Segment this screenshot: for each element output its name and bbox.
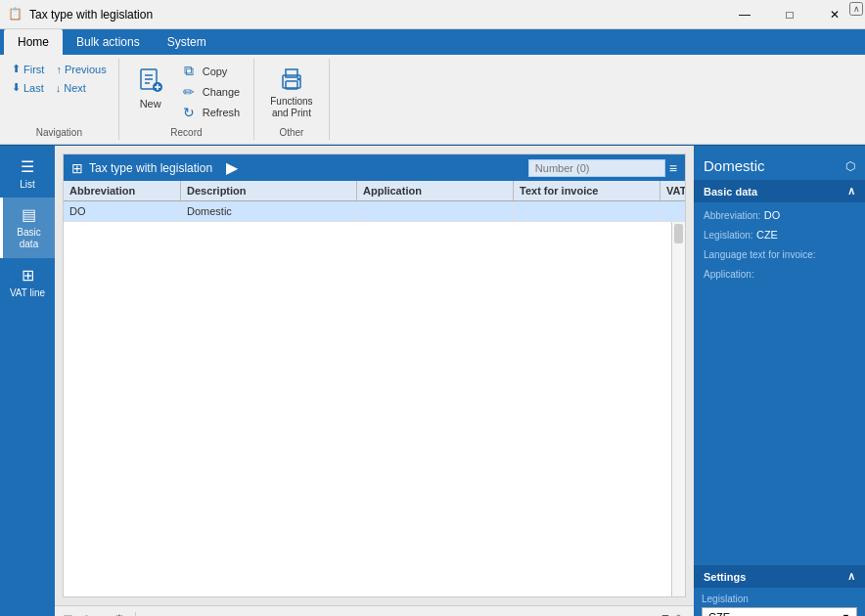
change-icon: ✏: [180, 84, 198, 100]
legislation-value: CZE: [756, 229, 778, 241]
grid-empty-area: [64, 222, 671, 596]
change-button[interactable]: ✏ Change: [174, 82, 247, 102]
sidebar-vat-line-label: VAT line: [10, 287, 45, 299]
settings-collapse-icon: ∧: [847, 570, 855, 583]
grid-title: Tax type with legislation: [89, 161, 212, 175]
bottom-right-actions: Σ ✎: [661, 612, 686, 616]
ribbon-content: ⬆ First ↑ Previous ⬇ Last: [0, 55, 865, 145]
first-button[interactable]: ⬆ First: [8, 61, 48, 77]
functions-print-button[interactable]: Functionsand Print: [262, 61, 320, 123]
cell-abbreviation: DO: [64, 201, 181, 221]
cell-vat-line-1: 0: [660, 201, 686, 221]
settings-dropdown-icon: ▼: [842, 612, 850, 616]
settings-legislation-value: CZE: [708, 611, 730, 616]
window-controls: — □ ✕: [722, 0, 857, 29]
cell-text-for-invoice: [514, 201, 660, 221]
grid-search-input[interactable]: [528, 159, 665, 177]
field-abbreviation: Abbreviation: DO: [704, 208, 855, 222]
main-layout: ☰ List ▤ Basicdata ⊞ VAT line ⊞ Tax type…: [0, 146, 865, 616]
col-text-for-invoice: Text for invoice: [514, 181, 660, 200]
vertical-scrollbar[interactable]: [671, 222, 685, 596]
last-arrow-icon: ⬇: [12, 81, 21, 94]
bottom-bar: ⊞ ⊘ 0 ⚙ Number of records Σ ✎: [55, 605, 694, 616]
edit-bottom-icon[interactable]: ✎: [675, 612, 686, 616]
window-title: Tax type with legislation: [29, 8, 722, 22]
section-header-basic-data[interactable]: Basic data ∧: [694, 180, 865, 202]
next-button[interactable]: ↓ Next: [52, 80, 90, 96]
tab-bulk-actions[interactable]: Bulk actions: [63, 29, 154, 55]
print-icon: [276, 65, 307, 96]
grid-body: [64, 222, 685, 596]
minimize-button[interactable]: —: [722, 0, 767, 29]
basic-data-section-label: Basic data: [704, 186, 757, 198]
field-lang-text: Language text for invoice:: [704, 247, 855, 261]
sigma-icon[interactable]: Σ: [661, 612, 669, 616]
grid-bottom-icon[interactable]: ⊞: [63, 612, 73, 616]
new-button[interactable]: New: [127, 61, 174, 113]
col-abbreviation: Abbreviation: [64, 181, 181, 200]
grid-column-headers: Abbreviation Description Application Tex…: [64, 181, 685, 201]
content-area: ⊞ Tax type with legislation ▶ ≡ Abbrevia…: [55, 146, 694, 616]
table-row[interactable]: DO Domestic 0: [64, 201, 685, 222]
legislation-label: Legislation:: [704, 230, 753, 241]
record-label: Record: [170, 123, 202, 138]
basic-data-icon: ▤: [22, 205, 36, 224]
last-button[interactable]: ⬇ Last: [8, 79, 48, 96]
previous-button[interactable]: ↑ Previous: [52, 62, 110, 77]
grid-search: ≡: [528, 159, 677, 177]
sidebar-item-vat-line[interactable]: ⊞ VAT line: [0, 258, 55, 307]
section-header-settings[interactable]: Settings ∧: [694, 565, 865, 588]
col-vat-line-1: VAT line 1: [660, 181, 686, 200]
ribbon-tabs: Home Bulk actions System: [0, 29, 865, 55]
settings-legislation-select[interactable]: CZE ▼: [702, 607, 857, 616]
copy-button[interactable]: ⧉ Copy: [174, 61, 247, 81]
field-application: Application:: [704, 267, 855, 281]
ribbon: Home Bulk actions System ⬆ First ↑ Previ…: [0, 29, 865, 146]
lang-text-label: Language text for invoice:: [704, 249, 816, 260]
basic-data-collapse-icon: ∧: [847, 185, 855, 198]
tab-home[interactable]: Home: [4, 29, 63, 55]
external-link-icon[interactable]: ⬡: [845, 159, 855, 173]
left-sidebar: ☰ List ▤ Basicdata ⊞ VAT line: [0, 146, 55, 616]
other-label: Other: [279, 123, 303, 138]
record-sub-buttons: ⧉ Copy ✏ Change ↻ Refresh: [174, 61, 247, 122]
maximize-button[interactable]: □: [767, 0, 812, 29]
copy-icon: ⧉: [180, 63, 198, 79]
basic-data-section-content: Abbreviation: DO Legislation: CZE Langua…: [694, 202, 865, 292]
right-panel: Domestic ⬡ Basic data ∧ Abbreviation: DO…: [694, 146, 865, 616]
right-panel-title-text: Domestic: [704, 157, 765, 174]
first-arrow-icon: ⬆: [12, 63, 21, 75]
ribbon-group-record: New ⧉ Copy ✏ Change ↻ Refresh: [119, 59, 255, 140]
settings-section-label: Settings: [704, 571, 746, 583]
sidebar-item-basic-data[interactable]: ▤ Basicdata: [0, 198, 55, 258]
nav-row-1: ⬆ First ↑ Previous: [8, 61, 111, 77]
refresh-button[interactable]: ↻ Refresh: [174, 103, 247, 122]
grid-menu-button[interactable]: ≡: [669, 160, 677, 176]
svg-point-10: [296, 78, 299, 81]
settings-icon[interactable]: ⚙: [114, 612, 125, 616]
ribbon-group-other: Functionsand Print Other: [254, 59, 329, 140]
cell-application: [357, 201, 514, 221]
navigation-label: Navigation: [36, 123, 82, 138]
settings-legislation-label: Legislation: [702, 594, 857, 604]
scrollbar-thumb[interactable]: [674, 224, 683, 243]
navigation-buttons: ⬆ First ↑ Previous ⬇ Last: [8, 61, 111, 96]
nav-row-2: ⬇ Last ↓ Next: [8, 79, 90, 96]
sidebar-list-label: List: [20, 179, 35, 190]
field-legislation: Legislation: CZE: [704, 228, 855, 242]
col-description: Description: [181, 181, 357, 200]
sidebar-item-list[interactable]: ☰ List: [0, 150, 55, 198]
tab-system[interactable]: System: [154, 29, 220, 55]
refresh-icon: ↻: [180, 105, 198, 120]
filter-icon[interactable]: ⊘: [81, 612, 92, 616]
grid-title-icon: ⊞: [71, 160, 83, 176]
cell-description: Domestic: [181, 201, 357, 221]
application-label: Application:: [704, 269, 754, 280]
new-icon: [135, 65, 166, 96]
functions-print-label: Functionsand Print: [270, 96, 312, 119]
next-arrow-icon: ↓: [56, 82, 62, 94]
list-icon: ☰: [21, 157, 34, 176]
app-icon: 📋: [8, 7, 23, 22]
ribbon-collapse-button[interactable]: ∧: [849, 2, 863, 16]
abbreviation-value: DO: [764, 209, 781, 221]
